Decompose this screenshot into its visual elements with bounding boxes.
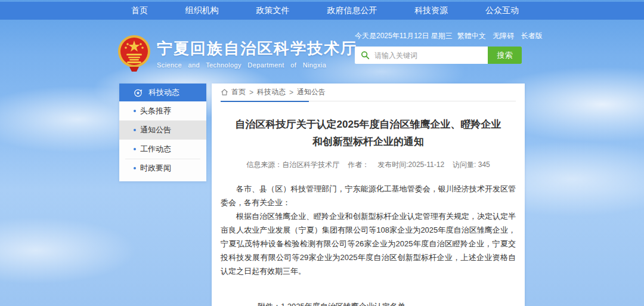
link-traditional-chinese[interactable]: 繁體中文: [457, 32, 486, 40]
top-navigation-bar: 首页 组织机构 政策文件 政府信息公开 科技资源 公众互动: [0, 2, 644, 20]
nav-item-gov-info-disclosure[interactable]: 政府信息公开: [321, 5, 383, 16]
search-icon: [361, 51, 370, 60]
breadcrumb-home[interactable]: 首页: [231, 87, 246, 97]
meta-source: 信息来源：自治区科学技术厅: [246, 160, 339, 170]
link-elder-version[interactable]: 长者版: [521, 32, 543, 40]
main-content-panel: 首页 > 科技动态 > 通知公告 自治区科技厅关于认定2025年度自治区雏鹰企业…: [212, 84, 525, 306]
sidebar-header: 科技动态: [119, 84, 206, 101]
nav-item-home[interactable]: 首页: [125, 5, 154, 16]
breadcrumb-notices[interactable]: 通知公告: [297, 87, 326, 97]
bullet-icon: [134, 148, 136, 150]
sidebar-item-label: 通知公告: [140, 125, 171, 135]
bullet-icon: [134, 110, 136, 112]
nav-item-policy-documents[interactable]: 政策文件: [250, 5, 296, 16]
article-meta: 信息来源：自治区科学技术厅 作者： 发布时间:2025-11-12 访问量: 3…: [221, 160, 516, 170]
sidebar-item-label: 工作动态: [140, 144, 171, 154]
sidebar-item-label: 头条推荐: [140, 106, 171, 116]
breadcrumb-separator: >: [249, 88, 253, 97]
article-title: 自治区科技厅关于认定2025年度自治区雏鹰企业、瞪羚企业 和创新型标杆企业的通知: [221, 116, 516, 150]
meta-visit-count: 访问量: 345: [453, 160, 490, 170]
home-icon: [221, 88, 228, 96]
breadcrumb: 首页 > 科技动态 > 通知公告: [221, 84, 516, 101]
search-input[interactable]: [374, 47, 488, 64]
bullet-icon: [134, 129, 136, 131]
sidebar-item-work-updates[interactable]: 工作动态: [119, 140, 206, 159]
site-title: 宁夏回族自治区科学技术厅: [157, 38, 357, 59]
article-title-line2: 和创新型标杆企业的通知: [312, 136, 424, 147]
sidebar-item-label: 时政要闻: [140, 163, 171, 174]
sidebar-tech-news: 科技动态 头条推荐 通知公告 工作动态 时政要闻: [119, 84, 206, 181]
search-button[interactable]: 搜索: [488, 47, 522, 64]
sidebar-title: 科技动态: [148, 87, 179, 98]
meta-publish-time: 发布时间:2025-11-12: [377, 160, 444, 170]
sidebar-item-current-politics[interactable]: 时政要闻: [119, 159, 206, 178]
attachments-label: 附件：: [258, 299, 281, 306]
sidebar-item-notices[interactable]: 通知公告: [119, 120, 206, 140]
article-paragraph: 各市、县（区）科技管理部门，宁东能源化工基地管委会，银川经济技术开发区管委会，各…: [221, 182, 516, 209]
breadcrumb-tech-news[interactable]: 科技动态: [257, 87, 286, 97]
attachment-link-eagle-list[interactable]: 1.2025年度自治区雏鹰企业认定名单: [281, 299, 429, 306]
nav-item-organization[interactable]: 组织机构: [179, 5, 225, 16]
bullet-icon: [134, 167, 136, 169]
star-circle-icon: [134, 88, 143, 97]
current-date-text: 今天是2025年11月12日 星期三: [355, 31, 453, 41]
link-accessibility[interactable]: 无障碍: [493, 32, 514, 40]
nav-item-public-interaction[interactable]: 公众互动: [479, 5, 525, 16]
site-brand: 宁夏回族自治区科学技术厅 Science and Technology Depa…: [117, 35, 357, 72]
site-subtitle: Science and Technology Department of Nin…: [157, 61, 357, 69]
breadcrumb-separator: >: [289, 88, 293, 97]
meta-author: 作者：: [348, 160, 369, 170]
nav-item-tech-resources[interactable]: 科技资源: [408, 5, 454, 16]
search-bar: 搜索: [355, 47, 522, 64]
article-paragraph: 根据自治区雏鹰企业、瞪羚企业和创新型标杆企业认定管理有关规定，决定认定半亩良人农…: [221, 209, 516, 278]
article-title-line1: 自治区科技厅关于认定2025年度自治区雏鹰企业、瞪羚企业: [236, 119, 501, 130]
attachments-block: 附件： 1.2025年度自治区雏鹰企业认定名单 2.2025年度自治区瞪羚企业认…: [258, 299, 516, 306]
sidebar-item-headline-recommend[interactable]: 头条推荐: [119, 101, 206, 120]
article-body: 各市、县（区）科技管理部门，宁东能源化工基地管委会，银川经济技术开发区管委会，各…: [221, 182, 516, 278]
header-utilities: 今天是2025年11月12日 星期三 繁體中文 无障碍 长者版 搜索: [355, 31, 522, 64]
national-emblem-logo: [117, 35, 151, 72]
